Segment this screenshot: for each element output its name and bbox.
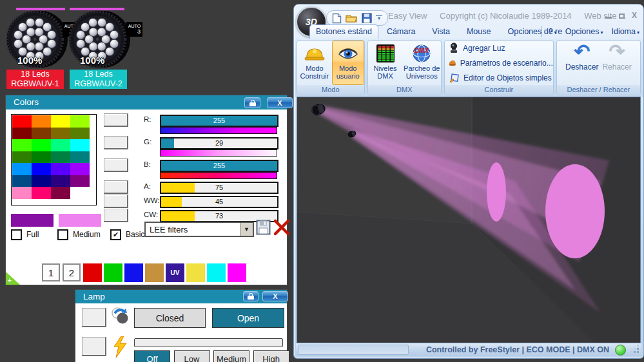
channel-flash-button[interactable] bbox=[104, 209, 128, 222]
intensity-button-off[interactable]: Off bbox=[134, 350, 170, 362]
palette-color[interactable] bbox=[51, 187, 70, 199]
channel-gradient-bar[interactable] bbox=[160, 127, 277, 134]
palette-color[interactable] bbox=[32, 115, 51, 128]
channel-slider[interactable]: 255 bbox=[160, 160, 278, 172]
tab-idioma[interactable]: Idioma▾ bbox=[611, 27, 639, 36]
palette-color[interactable] bbox=[12, 175, 32, 187]
dimmer-flash-button[interactable] bbox=[82, 337, 106, 356]
channel-gradient-bar[interactable] bbox=[160, 149, 277, 157]
palette-color[interactable] bbox=[70, 175, 90, 187]
quick-color-swatch[interactable]: UV bbox=[166, 263, 184, 282]
filter-dropdown[interactable]: LEE filters ▼ bbox=[144, 222, 254, 237]
palette-color[interactable] bbox=[70, 151, 90, 164]
palette-color[interactable] bbox=[51, 151, 70, 164]
channel-flash-button[interactable] bbox=[104, 195, 128, 208]
channel-flash-button[interactable] bbox=[104, 113, 128, 127]
3d-viewport[interactable] bbox=[297, 97, 641, 345]
palette-color[interactable] bbox=[70, 128, 90, 140]
channel-gradient-bar[interactable] bbox=[160, 172, 277, 179]
channel-slider[interactable]: 29 bbox=[160, 137, 278, 149]
redo-button[interactable]: ↷ Rehacer bbox=[602, 41, 631, 85]
palette-color[interactable] bbox=[32, 128, 51, 140]
palette-color[interactable] bbox=[70, 163, 90, 175]
checkbox-box[interactable] bbox=[11, 229, 22, 240]
palette-color[interactable] bbox=[51, 115, 70, 128]
quick-color-swatch[interactable] bbox=[186, 263, 205, 282]
tab-botones-est-nd[interactable]: Botones estánd bbox=[309, 24, 378, 39]
save-icon[interactable] bbox=[362, 13, 372, 23]
quick-color-swatch[interactable] bbox=[228, 263, 246, 282]
shutter-flash-button[interactable] bbox=[82, 308, 106, 327]
tab-help[interactable]: ?▾ bbox=[549, 27, 557, 36]
palette-color[interactable] bbox=[12, 128, 32, 140]
palette-color[interactable] bbox=[12, 151, 32, 164]
shutter-closed-button[interactable]: Closed bbox=[134, 308, 206, 328]
quick-color-swatch[interactable] bbox=[104, 263, 122, 282]
resize-grip-icon[interactable]: + bbox=[6, 272, 20, 285]
undo-button[interactable]: ↶ Deshacer bbox=[565, 41, 598, 85]
niveles-dmx-button[interactable]: Niveles DMX bbox=[369, 41, 402, 84]
new-document-icon[interactable] bbox=[332, 13, 342, 24]
resize-grip-icon[interactable] bbox=[631, 346, 639, 354]
channel-flash-button[interactable] bbox=[104, 158, 128, 172]
checkbox-box[interactable]: ✔ bbox=[110, 229, 121, 240]
quick-color-swatch[interactable] bbox=[124, 263, 143, 282]
palette-color[interactable] bbox=[32, 139, 51, 151]
maximize-button[interactable] bbox=[619, 14, 625, 19]
palette-color[interactable] bbox=[70, 115, 90, 128]
palette-color[interactable] bbox=[51, 175, 70, 187]
fixture-name-label[interactable]: 18 LedsRGBWAUV-1 bbox=[6, 70, 64, 89]
palette-color[interactable] bbox=[32, 163, 51, 175]
page-button[interactable]: 2 bbox=[63, 263, 81, 281]
agregar-luz-item[interactable]: Agregar Luz bbox=[445, 41, 553, 55]
palette-color[interactable] bbox=[70, 139, 90, 151]
intensity-button-medium[interactable]: Medium bbox=[213, 350, 249, 362]
palette-color[interactable] bbox=[32, 151, 51, 164]
palette-color[interactable] bbox=[51, 128, 70, 140]
shutter-open-button[interactable]: Open bbox=[212, 308, 284, 328]
palette-color[interactable] bbox=[70, 187, 90, 199]
tab-mouse[interactable]: Mouse bbox=[458, 25, 500, 39]
close-window-button[interactable]: X bbox=[632, 12, 637, 19]
quick-color-swatch[interactable] bbox=[83, 263, 102, 282]
channel-flash-button[interactable] bbox=[104, 136, 128, 149]
channel-slider[interactable]: 255 bbox=[160, 115, 278, 127]
page-button[interactable]: 1 bbox=[42, 263, 60, 281]
quick-color-swatch[interactable] bbox=[145, 263, 164, 282]
editor-objetos-item[interactable]: Editor de Objetos simples bbox=[445, 70, 553, 85]
palette-color[interactable] bbox=[51, 139, 70, 151]
tab-c-mara[interactable]: Cámara bbox=[378, 25, 424, 39]
intensity-button-high[interactable]: High bbox=[253, 350, 289, 362]
color-preview-full[interactable] bbox=[11, 214, 54, 227]
palette-color[interactable] bbox=[32, 187, 51, 199]
delete-filter-icon[interactable] bbox=[273, 218, 291, 236]
channel-flash-button[interactable] bbox=[104, 180, 128, 194]
close-button[interactable]: X bbox=[267, 97, 293, 108]
quick-color-swatch[interactable] bbox=[207, 263, 226, 282]
lock-button[interactable] bbox=[243, 291, 259, 301]
qat-overflow-icon[interactable]: ▾ bbox=[376, 15, 382, 21]
checkbox-basic[interactable]: ✔Basic bbox=[110, 229, 144, 240]
parcheo-universos-button[interactable]: DMX Parcheo de Universos bbox=[403, 41, 440, 84]
palette-color[interactable] bbox=[12, 163, 32, 175]
chevron-down-icon[interactable]: ▼ bbox=[240, 223, 253, 236]
channel-slider[interactable]: 45 bbox=[160, 196, 278, 208]
minimize-button[interactable] bbox=[605, 17, 612, 19]
palette-color[interactable] bbox=[51, 163, 70, 175]
palette-color[interactable] bbox=[12, 115, 32, 128]
modo-usuario-button[interactable]: Modo usuario bbox=[332, 41, 364, 85]
lock-button[interactable] bbox=[244, 97, 260, 108]
checkbox-box[interactable] bbox=[57, 229, 68, 240]
open-folder-icon[interactable] bbox=[346, 13, 358, 23]
modo-construir-button[interactable]: Modo Construir bbox=[298, 41, 331, 84]
color-preview-basic[interactable] bbox=[59, 214, 101, 227]
tab-opciones[interactable]: Opciones▾ bbox=[565, 27, 603, 36]
palette-color[interactable] bbox=[32, 175, 51, 187]
palette-color[interactable] bbox=[12, 139, 32, 151]
fixture-name-label[interactable]: 18 LedsRGBWAUV-2 bbox=[70, 70, 127, 89]
palette-color[interactable] bbox=[12, 187, 32, 199]
close-button[interactable]: X bbox=[262, 291, 288, 301]
dimmer-track[interactable] bbox=[134, 338, 283, 347]
parametros-escenario-item[interactable]: Parámetros de escenario... bbox=[445, 55, 553, 70]
checkbox-full[interactable]: Full bbox=[11, 229, 57, 240]
